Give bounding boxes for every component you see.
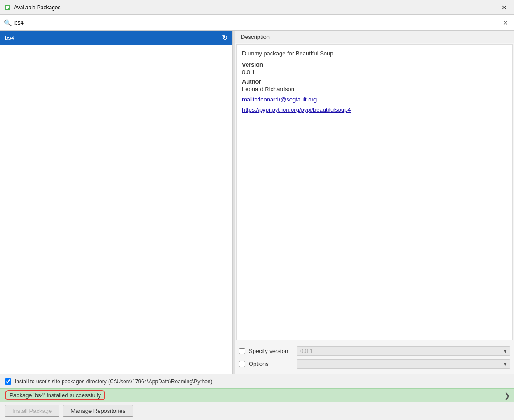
version-select-text: 0.0.1 xyxy=(300,348,504,354)
specify-version-checkbox[interactable] xyxy=(239,348,245,354)
svg-rect-1 xyxy=(6,6,9,7)
install-package-button[interactable]: Install Package xyxy=(5,405,59,417)
install-label: Install to user's site packages director… xyxy=(15,378,213,385)
main-window: Available Packages ✕ 🔍 ✕ bs4 ↻ Descripti… xyxy=(0,0,514,420)
status-text: Package 'bs4' installed successfully xyxy=(9,392,101,399)
package-list: bs4 ↻ xyxy=(0,31,232,374)
search-clear-button[interactable]: ✕ xyxy=(501,18,510,27)
version-value: 0.0.1 xyxy=(242,69,507,76)
svg-rect-3 xyxy=(6,8,8,9)
install-checkbox[interactable] xyxy=(5,378,11,385)
svg-rect-2 xyxy=(6,7,9,8)
author-label: Author xyxy=(242,78,507,85)
specify-version-row: Specify version 0.0.1 ▾ xyxy=(237,344,512,357)
action-bar: Install Package Manage Repositories xyxy=(0,402,514,420)
version-select[interactable]: 0.0.1 ▾ xyxy=(297,346,510,356)
options-row: Options ▾ xyxy=(237,357,512,370)
main-content: bs4 ↻ Description Dummy package for Beau… xyxy=(0,31,514,374)
package-name: bs4 xyxy=(5,34,14,41)
options-label: Options xyxy=(249,361,293,367)
email-link[interactable]: mailto:leonardr@segfault.org xyxy=(242,96,507,103)
close-button[interactable]: ✕ xyxy=(498,2,510,13)
right-arrow-icon: ❯ xyxy=(504,391,510,399)
desc-title: Dummy package for Beautiful Soup xyxy=(242,50,507,57)
specify-version-label: Specify version xyxy=(249,348,293,354)
search-icon: 🔍 xyxy=(4,19,12,26)
version-options: Specify version 0.0.1 ▾ Options ▾ xyxy=(235,341,514,374)
options-select[interactable]: ▾ xyxy=(297,359,510,369)
status-bar: Package 'bs4' installed successfully ❯ xyxy=(0,388,514,402)
description-body: Dummy package for Beautiful Soup Version… xyxy=(236,44,513,340)
options-checkbox[interactable] xyxy=(239,361,245,367)
search-input[interactable] xyxy=(14,19,498,26)
app-icon xyxy=(4,4,11,11)
manage-repositories-button[interactable]: Manage Repositories xyxy=(63,405,133,417)
status-highlight: Package 'bs4' installed successfully xyxy=(5,390,105,400)
options-chevron-icon: ▾ xyxy=(504,361,507,367)
left-panel: bs4 ↻ xyxy=(0,31,233,374)
refresh-icon[interactable]: ↻ xyxy=(222,34,228,42)
pypi-link[interactable]: https://pypi.python.org/pypi/beautifulso… xyxy=(242,106,507,113)
titlebar: Available Packages ✕ xyxy=(0,0,514,15)
window-title: Available Packages xyxy=(14,4,498,11)
install-bar: Install to user's site packages director… xyxy=(0,374,514,388)
search-bar: 🔍 ✕ xyxy=(0,15,514,31)
description-header: Description xyxy=(235,31,514,43)
package-item[interactable]: bs4 ↻ xyxy=(0,31,232,45)
author-value: Leonard Richardson xyxy=(242,86,507,92)
chevron-down-icon: ▾ xyxy=(504,348,507,354)
version-label: Version xyxy=(242,61,507,68)
right-panel: Description Dummy package for Beautiful … xyxy=(235,31,514,374)
